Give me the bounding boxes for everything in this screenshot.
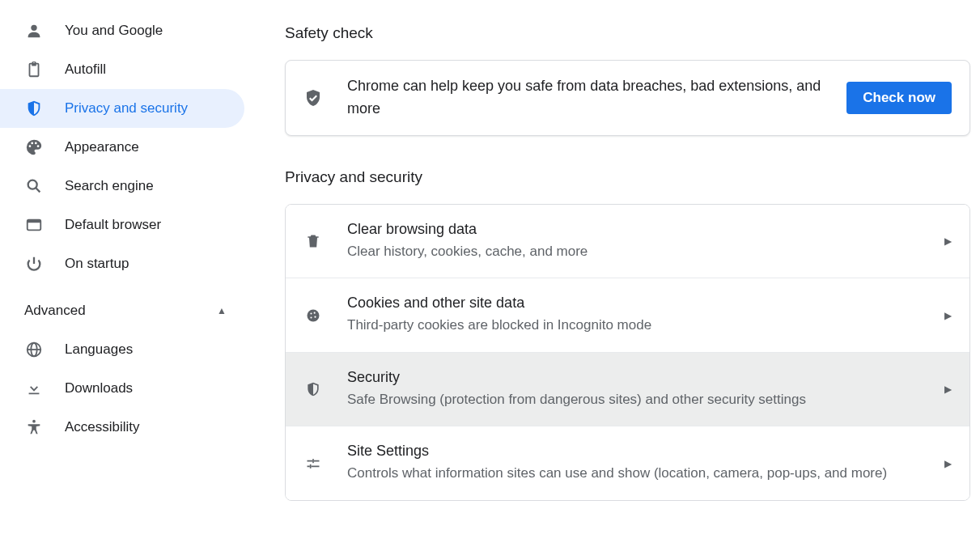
clipboard-icon [24,60,44,79]
globe-icon [24,340,44,359]
row-title: Clear browsing data [347,221,935,238]
advanced-label: Advanced [24,303,86,319]
safety-check-card: Chrome can help keep you safe from data … [285,60,970,136]
shield-icon [24,99,44,118]
sidebar-item-accessibility[interactable]: Accessibility [0,408,244,447]
row-title: Security [347,369,935,386]
sidebar-item-privacy-security[interactable]: Privacy and security [0,89,244,128]
svg-point-10 [308,309,320,321]
sidebar-item-label: Autofill [65,61,106,78]
palette-icon [24,138,44,157]
chevron-up-icon: ▲ [217,305,227,316]
row-site-settings[interactable]: Site Settings Controls what information … [286,426,969,500]
sidebar-item-label: Appearance [65,139,139,155]
chevron-right-icon: ▶ [944,235,952,247]
chevron-right-icon: ▶ [944,384,952,395]
row-subtitle: Controls what information sites can use … [347,463,935,484]
row-subtitle: Third-party cookies are blocked in Incog… [347,315,935,336]
shield-icon [303,380,323,399]
tune-icon [303,454,323,473]
accessibility-icon [24,418,44,437]
settings-main: Safety check Chrome can help keep you sa… [251,0,980,547]
row-security[interactable]: Security Safe Browsing (protection from … [286,353,969,427]
row-subtitle: Safe Browsing (protection from dangerous… [347,389,935,410]
row-title: Site Settings [347,443,935,460]
row-cookies[interactable]: Cookies and other site data Third-party … [286,278,969,353]
sidebar-item-on-startup[interactable]: On startup [0,244,244,283]
row-clear-browsing-data[interactable]: Clear browsing data Clear history, cooki… [286,205,969,279]
svg-point-14 [310,316,312,318]
chevron-right-icon: ▶ [944,310,952,321]
cookie-icon [303,306,323,325]
svg-line-2 [36,188,40,192]
person-icon [24,21,44,40]
svg-point-13 [314,316,316,317]
power-icon [24,254,44,274]
check-now-button[interactable]: Check now [846,82,952,114]
safety-check-description: Chrome can help keep you safe from data … [347,75,843,121]
browser-icon [24,215,44,235]
privacy-security-title: Privacy and security [285,168,970,186]
sidebar-item-label: Default browser [65,217,161,233]
svg-point-11 [310,312,312,314]
svg-rect-16 [310,464,312,468]
row-subtitle: Clear history, cookies, cache, and more [347,241,935,262]
privacy-security-list: Clear browsing data Clear history, cooki… [285,204,970,501]
chevron-right-icon: ▶ [944,458,952,469]
sidebar-item-label: Accessibility [65,419,140,435]
sidebar-item-label: Search engine [65,178,154,194]
sidebar-item-label: Languages [65,341,133,358]
sidebar-item-search-engine[interactable]: Search engine [0,167,244,206]
shield-check-icon [303,88,323,108]
sidebar-item-autofill[interactable]: Autofill [0,50,244,89]
sidebar-item-default-browser[interactable]: Default browser [0,206,244,244]
svg-rect-15 [312,459,314,463]
sidebar-item-label: On startup [65,256,129,272]
sidebar-item-label: Downloads [65,380,133,396]
sidebar-item-label: You and Google [65,23,163,39]
sidebar-item-you-google[interactable]: You and Google [0,11,244,50]
safety-check-title: Safety check [285,24,970,42]
sidebar-item-appearance[interactable]: Appearance [0,128,244,167]
svg-point-12 [314,312,316,313]
download-icon [24,379,44,398]
sidebar-advanced-toggle[interactable]: Advanced ▲ [0,291,251,330]
svg-point-1 [28,180,37,189]
svg-rect-4 [28,220,41,223]
sidebar-item-downloads[interactable]: Downloads [0,369,244,408]
svg-point-9 [32,420,36,423]
search-icon [24,176,44,196]
sidebar-item-languages[interactable]: Languages [0,330,244,369]
svg-point-0 [31,25,36,31]
sidebar-item-label: Privacy and security [65,100,188,117]
settings-sidebar: You and Google Autofill Privacy and secu… [0,0,251,547]
row-title: Cookies and other site data [347,295,935,312]
trash-icon [303,231,323,251]
